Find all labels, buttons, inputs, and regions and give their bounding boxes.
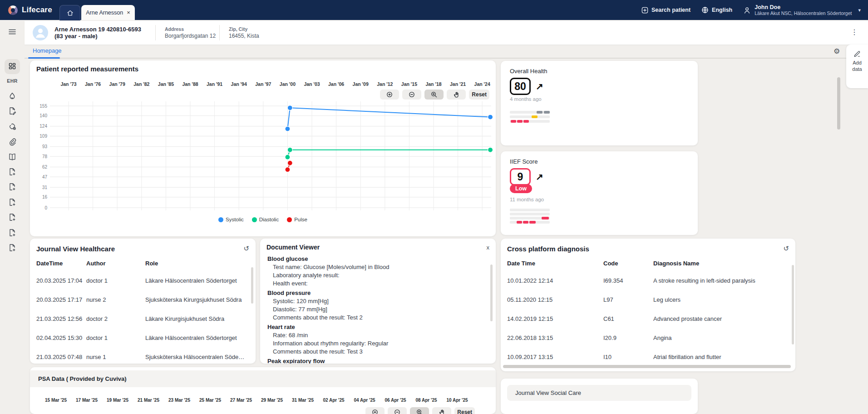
- table-cell: doctor 2: [86, 315, 145, 322]
- table-scrollbar[interactable]: [251, 267, 253, 304]
- close-icon[interactable]: x: [487, 244, 490, 251]
- user-menu[interactable]: John Doe Läkare Akut NSC, Hälsocentralen…: [743, 4, 861, 16]
- home-tab[interactable]: [59, 5, 80, 20]
- psa-chart-toolbar: Reset: [365, 407, 475, 414]
- journal-healthcare-card: Journal View Healthcare ↺ DateTimeAuthor…: [30, 239, 256, 364]
- mini-bar-track: [510, 213, 550, 215]
- zoom-in-button[interactable]: [380, 90, 399, 100]
- search-patient-button[interactable]: Search patient: [641, 7, 690, 14]
- table-row[interactable]: 20.03.2025 17:17nurse 2Sjuksköterska Kir…: [36, 290, 249, 309]
- svg-text:Jan '21: Jan '21: [450, 81, 466, 87]
- psa-axis-tick: 17 Mar '25: [71, 398, 103, 403]
- svg-text:155: 155: [39, 104, 47, 109]
- book-icon[interactable]: [8, 152, 17, 161]
- paperclip-icon[interactable]: [8, 137, 17, 146]
- selection-zoom-button[interactable]: [424, 90, 444, 100]
- table-row[interactable]: 02.04.2025 15:30doctor 1Läkare Hälsocent…: [36, 328, 249, 347]
- legend-item[interactable]: Systolic: [218, 217, 244, 222]
- document-add-icon[interactable]: [8, 228, 17, 237]
- zoom-in-button[interactable]: [365, 407, 385, 414]
- trend-up-icon: ↗: [536, 81, 543, 92]
- document-add-icon[interactable]: [8, 167, 17, 176]
- iief-ago: 11 months ago: [510, 197, 544, 202]
- table-cell: 10.01.2022 12:14: [507, 277, 603, 284]
- unlink-icon[interactable]: [8, 122, 17, 131]
- document-add-icon[interactable]: [8, 213, 17, 222]
- document-scrollbar[interactable]: [490, 264, 493, 321]
- table-row[interactable]: 14.02.2019 12:15C61Advanced prostate can…: [507, 309, 789, 328]
- pan-button[interactable]: [447, 90, 466, 100]
- document-add-icon[interactable]: [8, 243, 17, 252]
- diagnosis-hscrollbar[interactable]: [503, 365, 791, 368]
- flame-icon[interactable]: [8, 92, 17, 101]
- legend-label: Systolic: [226, 217, 244, 222]
- page-scrollbar[interactable]: [837, 77, 840, 130]
- table-cell: 10.09.2017 13:15: [507, 354, 603, 360]
- doc-line: Comments about the result: Test 3: [267, 348, 488, 356]
- add-data-panel[interactable]: Add data: [846, 45, 868, 88]
- doc-line: Systolic: 120 mm[Hg]: [267, 297, 488, 305]
- table-row[interactable]: 22.06.2018 13:15I20.9Angina: [507, 328, 789, 347]
- mini-bar-segment: [523, 120, 529, 123]
- home-icon: [66, 9, 74, 17]
- patient-avatar-icon: [33, 25, 48, 40]
- table-row[interactable]: 10.01.2022 12:14I69.354A stroke resultin…: [507, 271, 789, 290]
- reset-zoom-button[interactable]: Reset: [469, 90, 489, 100]
- zoom-out-button[interactable]: [388, 407, 407, 414]
- globe-icon: [701, 6, 709, 14]
- chevron-down-icon[interactable]: ▾: [858, 7, 861, 13]
- dashboard-grid-icon[interactable]: [8, 62, 17, 71]
- mini-bar-track: [510, 115, 550, 118]
- kebab-menu-icon[interactable]: ⋮: [851, 28, 858, 36]
- reset-zoom-button[interactable]: Reset: [454, 407, 475, 414]
- pan-button[interactable]: [432, 407, 451, 414]
- doc-line: Health event:: [267, 279, 488, 288]
- document-viewer-card: Document Viewer x Blood glucoseTest name…: [260, 239, 496, 364]
- table-cell: 22.06.2018 13:15: [507, 334, 603, 341]
- diagnosis-scrollbar[interactable]: [792, 265, 794, 344]
- close-icon[interactable]: ×: [127, 9, 130, 16]
- mini-bar-segment: [517, 221, 522, 224]
- table-row[interactable]: 20.03.2025 17:04doctor 1Läkare Hälsocent…: [36, 271, 249, 290]
- svg-text:Jan '85: Jan '85: [158, 81, 174, 87]
- refresh-icon[interactable]: ↺: [783, 244, 789, 253]
- table-row[interactable]: 10.09.2017 13:15I10Atrial fibrillation a…: [507, 347, 789, 366]
- mini-bar-segment: [542, 217, 549, 219]
- gear-icon[interactable]: ⚙: [833, 47, 840, 55]
- diagnosis-title: Cross platform diagnosis: [507, 245, 589, 253]
- table-row[interactable]: 21.03.2025 07:48nurse 1Sjuksköterska Häl…: [36, 347, 249, 364]
- table-cell: DateTime: [36, 260, 86, 267]
- svg-text:124: 124: [39, 124, 47, 129]
- svg-text:0: 0: [44, 205, 47, 210]
- document-edit-icon[interactable]: [8, 106, 17, 115]
- iief-score-card: IIEF Score 9 ↗ Low 11 months ago: [501, 151, 698, 235]
- top-right-cluster: Search patient English John Doe Läkare A…: [641, 0, 861, 20]
- magnifier-plus-icon: [416, 409, 423, 414]
- table-row[interactable]: 05.11.2020 12:15L97Leg ulcers: [507, 290, 789, 309]
- table-cell: C61: [603, 315, 653, 322]
- table-cell: 21.03.2025 12:56: [36, 315, 86, 322]
- svg-text:Jan '79: Jan '79: [109, 81, 125, 87]
- selection-zoom-button[interactable]: [410, 407, 429, 414]
- hamburger-menu-icon[interactable]: [8, 27, 17, 36]
- user-icon: [743, 6, 751, 14]
- refresh-icon[interactable]: ↺: [243, 244, 249, 253]
- table-header-row: DateTimeAuthorRole: [36, 255, 249, 271]
- language-button[interactable]: English: [701, 6, 732, 14]
- chart-legend: SystolicDiastolicPulse: [30, 217, 496, 222]
- doc-line: Comments about the result: Test 2: [267, 314, 488, 322]
- iief-low-badge: Low: [510, 184, 532, 193]
- document-add-icon[interactable]: [8, 198, 17, 207]
- psa-axis-tick: 29 Mar '25: [256, 398, 288, 403]
- legend-item[interactable]: Diastolic: [252, 217, 279, 222]
- doc-line: Test name: Glucose [Moles/volume] in Blo…: [267, 263, 488, 271]
- tab-homepage[interactable]: Homepage: [33, 47, 62, 54]
- tab-arne-arnesson[interactable]: Arne Arnesson ×: [81, 5, 135, 20]
- document-add-icon[interactable]: [8, 182, 17, 191]
- table-cell: 14.02.2019 12:15: [507, 315, 603, 322]
- legend-item[interactable]: Pulse: [287, 217, 307, 222]
- psa-axis-tick: 04 Apr '25: [349, 398, 380, 403]
- table-row[interactable]: 21.03.2025 12:56doctor 2Läkare Kirurgisj…: [36, 309, 249, 328]
- svg-text:31: 31: [42, 185, 48, 190]
- zoom-out-button[interactable]: [402, 90, 421, 100]
